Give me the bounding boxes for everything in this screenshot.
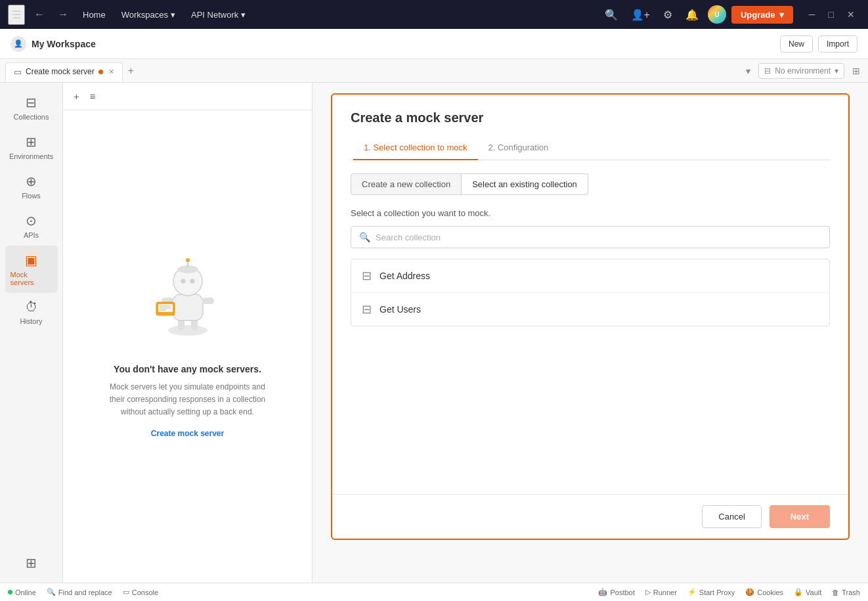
- create-mock-server-link[interactable]: Create mock server: [151, 429, 224, 438]
- workspaces-dropdown[interactable]: Workspaces ▾: [116, 7, 181, 22]
- history-icon: ⏱: [25, 300, 38, 315]
- environments-icon: ⊞: [26, 134, 37, 150]
- collection-icon: ⊟: [362, 269, 372, 283]
- api-network-dropdown[interactable]: API Network ▾: [186, 7, 251, 22]
- online-label: Online: [15, 589, 36, 596]
- side-panel: + ≡: [63, 83, 313, 583]
- mock-form-footer: Cancel Next: [332, 494, 848, 539]
- search-button[interactable]: 🔍: [601, 5, 622, 25]
- apis-icon: ⊙: [26, 213, 37, 229]
- next-button[interactable]: Next: [770, 505, 830, 528]
- online-dot: [8, 590, 12, 594]
- panel-add-button[interactable]: +: [71, 88, 82, 104]
- runner-button[interactable]: ▷ Runner: [645, 588, 677, 596]
- svg-point-14: [186, 258, 190, 262]
- close-button[interactable]: ✕: [842, 7, 860, 22]
- mock-servers-icon: ▣: [25, 252, 37, 268]
- collection-name: Get Users: [380, 304, 421, 315]
- sidebar-item-flows[interactable]: ⊕ Flows: [5, 167, 58, 206]
- start-proxy-button[interactable]: ⚡ Start Proxy: [687, 588, 735, 596]
- collection-item-get-address[interactable]: ⊟ Get Address: [351, 259, 829, 293]
- online-status[interactable]: Online: [8, 589, 36, 596]
- panel-empty-title: You don't have any mock servers.: [114, 364, 261, 374]
- panel-empty-state: You don't have any mock servers. Mock se…: [63, 110, 312, 583]
- postbot-button[interactable]: 🤖 Postbot: [598, 588, 634, 596]
- tab-icon: ▭: [14, 67, 22, 77]
- chevron-down-icon: ▾: [779, 10, 784, 20]
- environment-selector[interactable]: ⊟ No environment ▾: [758, 63, 844, 79]
- flows-icon: ⊕: [26, 173, 37, 189]
- settings-button[interactable]: ⚙: [659, 5, 676, 25]
- panel-header: + ≡: [63, 83, 312, 110]
- workspace-icon: 👤: [11, 36, 26, 52]
- upgrade-button[interactable]: Upgrade ▾: [731, 6, 793, 24]
- mock-step-1[interactable]: 1. Select collection to mock: [353, 136, 478, 160]
- environment-label: No environment: [775, 66, 831, 76]
- statusbar: Online 🔍 Find and replace ▭ Console 🤖 Po…: [0, 583, 868, 601]
- collections-icon: ⊟: [26, 95, 37, 110]
- collection-list: ⊟ Get Address ⊟ Get Users: [351, 259, 830, 326]
- chevron-down-icon: ▾: [241, 10, 246, 20]
- col-tab-existing[interactable]: Select an existing collection: [462, 173, 588, 195]
- vault-icon: 🔒: [794, 588, 803, 596]
- minimize-button[interactable]: ─: [804, 7, 821, 22]
- sidebar-item-collections[interactable]: ⊟ Collections: [5, 88, 58, 127]
- sidebar-item-environments[interactable]: ⊞ Environments: [5, 127, 58, 167]
- extensions-icon: ⊞: [26, 555, 37, 571]
- collection-tabs: Create a new collection Select an existi…: [351, 173, 830, 195]
- svg-point-15: [181, 278, 185, 283]
- postbot-icon: 🤖: [598, 588, 607, 596]
- maximize-button[interactable]: □: [823, 7, 839, 22]
- mock-form-title: Create a mock server: [351, 110, 830, 125]
- back-button[interactable]: ←: [30, 6, 49, 23]
- forward-button[interactable]: →: [54, 6, 72, 23]
- tab-create-mock-server[interactable]: ▭ Create mock server ✕: [5, 62, 123, 81]
- tab-close-icon[interactable]: ✕: [108, 68, 114, 76]
- main-area: ⊟ Collections ⊞ Environments ⊕ Flows ⊙ A…: [0, 83, 868, 583]
- cookies-button[interactable]: 🍪 Cookies: [745, 588, 783, 596]
- import-button[interactable]: Import: [818, 35, 857, 53]
- panel-filter-button[interactable]: ≡: [87, 88, 98, 104]
- trash-button[interactable]: 🗑 Trash: [832, 589, 860, 596]
- panel-empty-desc: Mock servers let you simulate endpoints …: [110, 381, 265, 419]
- mock-form-header: Create a mock server 1. Select collectio…: [332, 95, 848, 160]
- new-button[interactable]: New: [780, 35, 813, 53]
- workspace-name: My Workspace: [32, 39, 775, 49]
- tabs-dropdown-button[interactable]: ▾: [743, 63, 753, 79]
- cookies-icon: 🍪: [745, 588, 754, 596]
- sidebar-item-apis[interactable]: ⊙ APIs: [5, 206, 58, 246]
- search-collection-input[interactable]: [376, 233, 821, 242]
- tab-label: Create mock server: [26, 67, 95, 76]
- col-tab-new[interactable]: Create a new collection: [351, 173, 462, 195]
- sidebar-item-extensions[interactable]: ⊞: [5, 548, 58, 577]
- home-link[interactable]: Home: [77, 7, 111, 22]
- search-collection-box: 🔍: [351, 226, 830, 248]
- sidebar-item-mock-servers[interactable]: ▣ Mock servers: [5, 246, 58, 293]
- svg-point-16: [190, 278, 194, 283]
- find-replace-button[interactable]: 🔍 Find and replace: [47, 588, 112, 596]
- bell-button[interactable]: 🔔: [682, 5, 703, 25]
- collection-name: Get Address: [380, 271, 430, 281]
- add-tab-button[interactable]: +: [124, 64, 138, 78]
- svg-rect-3: [173, 294, 203, 321]
- hamburger-icon[interactable]: ☰: [8, 5, 25, 25]
- invite-button[interactable]: 👤+: [627, 5, 654, 25]
- collection-item-get-users[interactable]: ⊟ Get Users: [351, 293, 829, 326]
- cancel-button[interactable]: Cancel: [702, 505, 761, 528]
- no-environment-icon: ⊟: [764, 66, 771, 76]
- find-replace-icon: 🔍: [47, 588, 56, 596]
- vault-button[interactable]: 🔒 Vault: [794, 588, 821, 596]
- mock-step-2[interactable]: 2. Configuration: [478, 136, 559, 160]
- mock-steps: 1. Select collection to mock 2. Configur…: [351, 136, 830, 160]
- chevron-down-icon: ▾: [171, 10, 175, 20]
- workspace-bar: 👤 My Workspace New Import: [0, 29, 868, 59]
- tab-unsaved-dot: [98, 70, 103, 74]
- runner-icon: ▷: [645, 588, 651, 596]
- console-button[interactable]: ▭ Console: [123, 588, 158, 596]
- chevron-down-icon: ▾: [835, 66, 838, 76]
- avatar[interactable]: U: [708, 5, 726, 24]
- sidebar-item-history[interactable]: ⏱ History: [5, 293, 58, 332]
- mock-form-body: Create a new collection Select an existi…: [332, 160, 848, 494]
- environment-settings-button[interactable]: ⊞: [850, 63, 863, 79]
- console-icon: ▭: [123, 588, 129, 596]
